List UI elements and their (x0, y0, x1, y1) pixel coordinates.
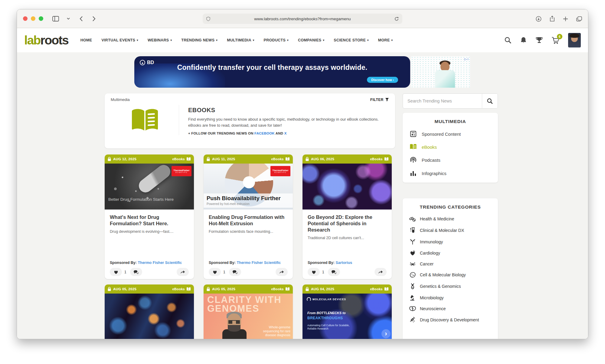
nav-science-store[interactable]: SCIENCE STORE▾ (334, 38, 369, 42)
nav-webinars[interactable]: WEBINARS▾ (148, 38, 172, 42)
chevron-down-icon: ▾ (170, 39, 172, 42)
card-badge: eBooks (172, 157, 185, 161)
ebook-card[interactable]: AUG 05, 2025 eBooks (105, 284, 194, 339)
category-neuroscience[interactable]: Neuroscience (409, 306, 491, 311)
cart-button[interactable]: 6 (551, 37, 560, 44)
chevron-down-icon: ▾ (253, 39, 254, 42)
trophy-icon[interactable] (535, 37, 543, 44)
like-button[interactable] (308, 268, 320, 276)
card-image-genomes[interactable]: CLARITY WITH GENOMES Whole-genome sequen… (204, 294, 293, 339)
ebook-card[interactable]: AUG 12, 2025 eBooks ThermoFisherSCIENTIF… (105, 154, 194, 279)
card-title[interactable]: Go Beyond 2D: Explore the Potential of S… (308, 214, 387, 233)
x-link[interactable]: X (284, 132, 287, 135)
sidebar-item-sponsored-content[interactable]: Sponsored Content (409, 130, 491, 138)
share-card-button[interactable] (374, 268, 387, 276)
card-image-spheroids[interactable] (302, 164, 392, 210)
card-description: Drug development is evolving—fast.... (110, 229, 189, 234)
category-cardiology[interactable]: Cardiology (409, 250, 491, 256)
category-clinical-molecular-dx[interactable]: Clinical & Molecular DX (409, 227, 491, 233)
ebook-card[interactable]: AUG 06, 2025 eBooks Go Beyond 2D: Explor… (302, 154, 392, 279)
card-title[interactable]: Enabling Drug Formulation with Hot-Melt … (209, 214, 288, 227)
labroots-logo[interactable]: labroots (24, 33, 68, 47)
sidebar-item-podcasts[interactable]: Podcasts (409, 156, 491, 164)
sponsor-link[interactable]: Thermo Fisher Scientific (237, 261, 281, 265)
sidebar-item-ebooks[interactable]: eBooks (409, 144, 491, 150)
share-card-button[interactable] (276, 268, 288, 276)
nav-companies[interactable]: COMPANIES▾ (298, 38, 324, 42)
lock-icon (108, 157, 111, 161)
comment-button[interactable] (229, 268, 241, 276)
search-button[interactable] (482, 94, 498, 108)
share-card-button[interactable] (177, 268, 189, 276)
card-image-organoids[interactable]: MOLECULAR DEVICES From BOTTLENECKS to BR… (302, 294, 392, 339)
ad-banner-main[interactable]: ▲ BD Confidently transfer your cell ther… (134, 56, 410, 88)
nav-virtual-events[interactable]: VIRTUAL EVENTS▾ (101, 38, 138, 42)
molecular-devices-logo: MOLECULAR DEVICES (307, 297, 346, 301)
nav-trending-news[interactable]: TRENDING NEWS▾ (181, 38, 217, 42)
ebook-card[interactable]: AUG 11, 2025 eBooks ThermoFisherSCIENTIF… (204, 154, 293, 279)
adchoices-icon[interactable]: ▷ i (464, 57, 468, 61)
downloads-icon[interactable] (536, 16, 541, 22)
nav-multimedia[interactable]: MULTIMEDIA▾ (227, 38, 254, 42)
molecular-devices-logo-icon (307, 297, 311, 301)
comment-button[interactable] (130, 268, 142, 276)
address-bar[interactable]: www.labroots.com/trending/ebooks?from=me… (203, 14, 402, 24)
category-genetics-genomics[interactable]: Genetics & Genomics (409, 283, 491, 289)
ad-banner-side[interactable]: ▷ i (411, 56, 470, 88)
close-window-button[interactable] (23, 16, 28, 21)
ebooks-header-card: Multimedia FILTER EBOOKS Find everything… (105, 93, 395, 148)
sidebar-item-infographics[interactable]: Infographics (409, 170, 491, 177)
sidebar-toggle-icon[interactable] (51, 14, 60, 23)
heart-icon (213, 270, 217, 274)
breadcrumb[interactable]: Multimedia (111, 97, 130, 102)
search-input[interactable] (403, 94, 482, 108)
category-cancer[interactable]: Cancer (409, 261, 491, 267)
image-subcaption: Powered by hot-melt extrusion (207, 202, 290, 206)
zoom-window-button[interactable] (39, 16, 43, 21)
reload-icon[interactable] (394, 17, 399, 21)
ebook-card[interactable]: AUG 05, 2025 eBooks CLARITY WITH GENOMES… (204, 284, 293, 339)
comment-icon (133, 270, 139, 274)
category-cell-molecular-biology[interactable]: Cell & Molecular Biology (409, 272, 491, 278)
ad-cta-button[interactable]: Discover how › (367, 77, 398, 83)
forward-button[interactable] (89, 14, 98, 23)
sponsor-link[interactable]: Sartorius (335, 261, 352, 265)
category-immunology[interactable]: Immunology (409, 239, 491, 245)
nav-more[interactable]: MORE▾ (378, 38, 393, 42)
user-avatar[interactable] (568, 33, 581, 47)
sponsor-link[interactable]: Thermo Fisher Scientific (138, 261, 182, 265)
back-button[interactable] (77, 14, 86, 23)
share-icon[interactable] (550, 16, 555, 22)
facebook-link[interactable]: FACEBOOK (254, 132, 275, 135)
card-description: Traditional 2D cell cultures can't... (308, 236, 387, 240)
comment-button[interactable] (328, 268, 340, 276)
widget-title: TRENDING CATEGORIES (409, 204, 491, 210)
category-microbiology[interactable]: Microbiology (409, 294, 491, 301)
minimize-window-button[interactable] (31, 16, 35, 21)
category-drug-discovery-development[interactable]: Drug Discovery & Development (409, 317, 491, 323)
card-image-neurons[interactable] (105, 294, 194, 339)
tab-overview-icon[interactable] (576, 16, 582, 21)
heart-icon (312, 270, 316, 274)
ad-banner[interactable]: ▲ BD Confidently transfer your cell ther… (134, 56, 470, 88)
card-title[interactable]: What's Next for Drug Formulation? Start … (110, 214, 189, 227)
card-badge: eBooks (172, 287, 185, 291)
nav-products[interactable]: PRODUCTS▾ (264, 38, 289, 42)
card-image-drug-capsule[interactable]: ThermoFisherSCIENTIFIC Better Drug Formu… (105, 164, 194, 210)
like-button[interactable] (110, 268, 122, 276)
new-tab-icon[interactable] (563, 16, 568, 21)
card-image-bioavailability[interactable]: ThermoFisherSCIENTIFIC Push Bioavailabil… (204, 164, 293, 210)
nav-home[interactable]: HOME (80, 38, 92, 42)
brain-icon (409, 306, 416, 311)
chevron-down-icon: ▾ (367, 39, 369, 42)
like-button[interactable] (209, 268, 221, 276)
sidebar-chevron-icon[interactable] (64, 14, 73, 23)
notifications-bell-icon[interactable] (520, 37, 527, 44)
carousel-next-icon[interactable]: › (381, 329, 391, 338)
card-badge: eBooks (370, 157, 383, 161)
crab-icon (409, 261, 416, 267)
filter-button[interactable]: FILTER (370, 98, 389, 102)
ebook-card[interactable]: AUG 04, 2025 eBooks MOLECULAR DEVICES Fr… (302, 284, 392, 339)
search-icon[interactable] (504, 37, 512, 44)
category-health-medicine[interactable]: Health & Medicine (409, 216, 491, 222)
